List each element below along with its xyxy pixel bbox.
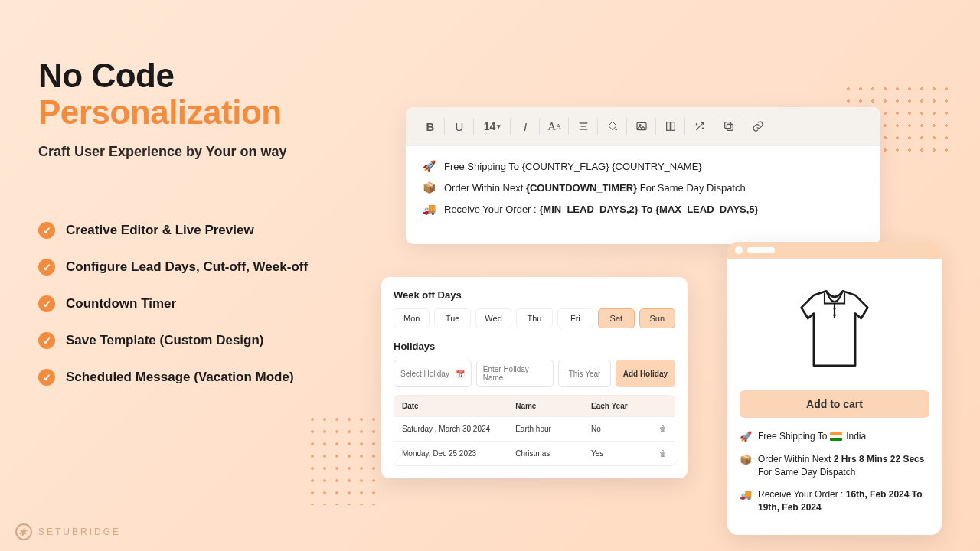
table-row: Monday, Dec 25 2023 Christmas Yes 🗑: [394, 441, 675, 465]
align-button[interactable]: [570, 115, 597, 138]
day-mon[interactable]: Mon: [394, 308, 430, 328]
svg-point-13: [833, 307, 835, 309]
day-sun[interactable]: Sun: [639, 308, 675, 328]
weekoff-panel: Week off Days Mon Tue Wed Thu Fri Sat Su…: [381, 277, 688, 478]
hero-section: No Code Personalization Craft User Exper…: [38, 57, 368, 160]
feature-text: Countdown Timer: [66, 296, 176, 311]
holiday-inputs: Select Holiday📅 Enter Holiday Name This …: [394, 360, 675, 387]
hero-title: No Code Personalization: [38, 57, 368, 130]
svg-rect-10: [727, 124, 733, 130]
cell-each: No: [591, 425, 652, 433]
copy-button[interactable]: [715, 115, 743, 138]
holiday-table: Date Name Each Year Saturday , March 30 …: [394, 395, 675, 466]
svg-point-3: [615, 129, 617, 131]
editor-panel: B U 14▾ I AA 🚀Free Shipping To {COUNTRY_…: [406, 107, 880, 244]
window-pill: [747, 247, 775, 253]
editor-receive-text: Receive Your Order : {MIN_LEAD_DAYS,2} T…: [444, 204, 759, 215]
rocket-icon: 🚀: [740, 430, 752, 444]
feature-text: Creative Editor & Live Preview: [66, 223, 254, 238]
header-each: Each Year: [591, 402, 652, 410]
preview-shipping-line: 🚀Free Shipping To India: [740, 430, 929, 444]
columns-button[interactable]: [657, 115, 684, 138]
check-icon: ✓: [38, 295, 55, 312]
cell-name: Earth hour: [515, 425, 591, 433]
feature-item: ✓Creative Editor & Live Preview: [38, 222, 308, 239]
delete-icon[interactable]: 🗑: [652, 425, 667, 433]
editor-body[interactable]: 🚀Free Shipping To {COUNTRY_FLAG} {COUNTR…: [406, 146, 880, 244]
holidays-title: Holidays: [394, 341, 675, 352]
svg-point-8: [696, 124, 697, 125]
table-row: Saturday , March 30 2024 Earth hour No 🗑: [394, 416, 675, 441]
editor-shipping-text: Free Shipping To {COUNTRY_FLAG} {COUNTRY…: [444, 161, 702, 172]
editor-line-receive: 🚚Receive Your Order : {MIN_LEAD_DAYS,2} …: [423, 203, 864, 215]
brand-footer: ✱ SETUBRIDGE: [15, 523, 121, 540]
preview-order-line: 📦Order Within Next 2 Hrs 8 Mins 22 Secs …: [740, 453, 929, 479]
editor-order-text: Order Within Next {COUNTDOWN_TIMER} For …: [444, 182, 746, 194]
preview-panel: Add to cart 🚀Free Shipping To India 📦Ord…: [727, 242, 942, 535]
check-icon: ✓: [38, 332, 55, 349]
truck-icon: 🚚: [423, 203, 436, 215]
link-button[interactable]: [744, 115, 772, 138]
hero-title-line1: No Code: [38, 57, 174, 94]
cell-date: Monday, Dec 25 2023: [402, 449, 515, 458]
editor-line-shipping: 🚀Free Shipping To {COUNTRY_FLAG} {COUNTR…: [423, 160, 864, 172]
text-style-button[interactable]: AA: [541, 115, 568, 138]
preview-receive-text: Receive Your Order : 16th, Feb 2024 To 1…: [758, 488, 929, 514]
package-icon: 📦: [423, 181, 436, 194]
cell-each: Yes: [591, 449, 652, 458]
cell-name: Christmas: [515, 449, 591, 458]
wand-button[interactable]: [686, 115, 714, 138]
product-image: [785, 279, 884, 378]
feature-list: ✓Creative Editor & Live Preview ✓Configu…: [38, 222, 308, 406]
header-name: Name: [515, 402, 591, 410]
truck-icon: 🚚: [740, 488, 752, 502]
feature-item: ✓Configure Lead Days, Cut-off, Week-off: [38, 259, 308, 276]
preview-receive-line: 🚚Receive Your Order : 16th, Feb 2024 To …: [740, 488, 929, 514]
calendar-icon: 📅: [456, 370, 465, 378]
cell-date: Saturday , March 30 2024: [402, 425, 515, 433]
window-dot: [735, 246, 743, 254]
preview-order-text: Order Within Next 2 Hrs 8 Mins 22 Secs F…: [758, 453, 929, 479]
holiday-name-input[interactable]: Enter Holiday Name: [476, 360, 554, 387]
check-icon: ✓: [38, 222, 55, 239]
editor-line-order: 📦Order Within Next {COUNTDOWN_TIMER} For…: [423, 181, 864, 194]
year-input[interactable]: This Year: [558, 360, 610, 387]
day-wed[interactable]: Wed: [475, 308, 511, 328]
italic-button[interactable]: I: [511, 115, 539, 138]
feature-text: Scheduled Message (Vacation Mode): [66, 370, 294, 385]
weekoff-title: Week off Days: [394, 289, 675, 301]
brand-name: SETUBRIDGE: [38, 527, 121, 537]
day-sat[interactable]: Sat: [598, 308, 634, 328]
india-flag-icon: [830, 432, 842, 441]
svg-rect-7: [671, 122, 675, 131]
weekoff-days: Mon Tue Wed Thu Fri Sat Sun: [394, 308, 675, 328]
image-button[interactable]: [628, 115, 655, 138]
select-holiday-input[interactable]: Select Holiday📅: [394, 360, 472, 387]
header-date: Date: [402, 402, 515, 410]
bold-button[interactable]: B: [416, 115, 444, 138]
preview-shipping-text: Free Shipping To India: [758, 430, 866, 443]
underline-button[interactable]: U: [446, 115, 473, 138]
svg-rect-6: [667, 122, 671, 131]
feature-item: ✓Save Template (Custom Design): [38, 332, 308, 349]
day-fri[interactable]: Fri: [557, 308, 593, 328]
check-icon: ✓: [38, 369, 55, 386]
day-tue[interactable]: Tue: [434, 308, 470, 328]
hero-subtitle: Craft User Experience by Your on way: [38, 144, 368, 160]
feature-item: ✓Countdown Timer: [38, 295, 308, 312]
fill-button[interactable]: [599, 115, 626, 138]
svg-rect-11: [725, 122, 731, 129]
day-thu[interactable]: Thu: [516, 308, 552, 328]
check-icon: ✓: [38, 259, 55, 276]
feature-text: Configure Lead Days, Cut-off, Week-off: [66, 259, 308, 275]
add-to-cart-button[interactable]: Add to cart: [740, 390, 929, 418]
svg-point-14: [833, 314, 835, 316]
brand-logo-icon: ✱: [15, 523, 32, 540]
font-size-select[interactable]: 14▾: [475, 115, 510, 138]
delete-icon[interactable]: 🗑: [652, 449, 667, 458]
rocket-icon: 🚀: [423, 160, 436, 172]
decor-dots-bottom: [306, 413, 383, 505]
editor-toolbar: B U 14▾ I AA: [406, 107, 880, 146]
add-holiday-button[interactable]: Add Holiday: [616, 360, 675, 387]
package-icon: 📦: [740, 453, 752, 467]
